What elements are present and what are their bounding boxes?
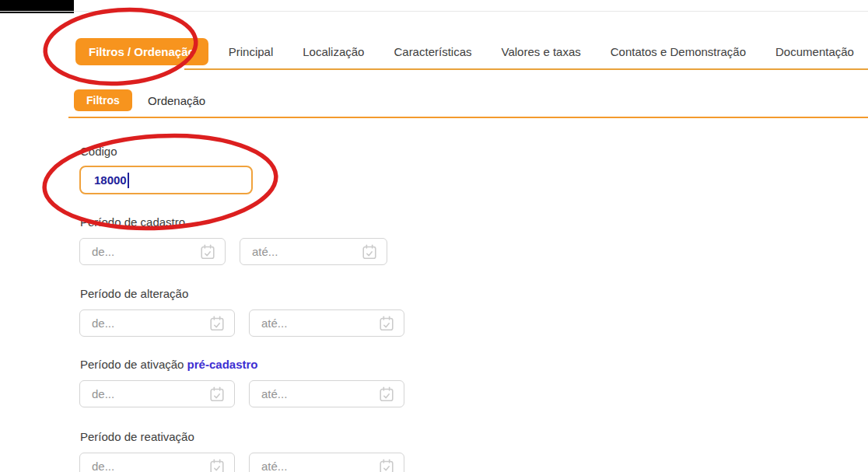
tab-filtros-ordenacao[interactable]: Filtros / Ordenação xyxy=(75,38,208,65)
calendar-icon[interactable] xyxy=(199,243,225,260)
text-caret xyxy=(128,173,129,188)
reativacao-from-field[interactable] xyxy=(79,453,235,472)
ativacao-to-input[interactable] xyxy=(250,387,378,400)
main-tab-bar: Filtros / Ordenação Principal Localizaçã… xyxy=(75,37,868,65)
tab-caracteristicas[interactable]: Características xyxy=(394,45,471,58)
calendar-icon[interactable] xyxy=(208,386,234,403)
periodo-reativacao-label: Período de reativação xyxy=(80,430,194,443)
periodo-cadastro-label: Período de cadastro xyxy=(80,215,185,229)
reativacao-to-input[interactable] xyxy=(250,460,378,472)
calendar-icon[interactable] xyxy=(378,315,404,332)
codigo-input[interactable]: 18000 xyxy=(79,166,253,194)
tab-bar-underline xyxy=(184,68,868,70)
alteracao-to-field[interactable] xyxy=(249,309,404,337)
page: Filtros / Ordenação Principal Localizaçã… xyxy=(0,0,868,472)
calendar-icon[interactable] xyxy=(378,458,404,472)
subtab-ordenacao[interactable]: Ordenação xyxy=(148,94,205,107)
ativacao-from-input[interactable] xyxy=(80,387,208,400)
alteracao-from-input[interactable] xyxy=(80,316,208,330)
calendar-icon[interactable] xyxy=(378,386,404,403)
pre-cadastro-highlight: pré-cadastro xyxy=(187,358,258,371)
reativacao-to-field[interactable] xyxy=(249,453,404,472)
alteracao-to-input[interactable] xyxy=(250,316,378,330)
calendar-icon[interactable] xyxy=(208,458,234,472)
alteracao-from-field[interactable] xyxy=(79,309,235,337)
ativacao-to-field[interactable] xyxy=(249,380,404,407)
subtab-underline xyxy=(68,117,868,118)
cadastro-to-field[interactable] xyxy=(240,238,387,265)
calendar-icon[interactable] xyxy=(208,315,234,332)
tab-documentacao[interactable]: Documentação xyxy=(775,45,854,58)
tab-valores-e-taxas[interactable]: Valores e taxas xyxy=(501,45,580,58)
tab-principal[interactable]: Principal xyxy=(229,45,274,58)
tab-localizacao[interactable]: Localização xyxy=(303,45,364,58)
tab-contatos-e-demonstracao[interactable]: Contatos e Demonstração xyxy=(611,45,746,58)
cadastro-to-input[interactable] xyxy=(240,245,361,258)
top-divider xyxy=(0,11,868,12)
reativacao-from-input[interactable] xyxy=(80,460,208,472)
ativacao-from-field[interactable] xyxy=(79,380,235,407)
periodo-alteracao-label: Período de alteração xyxy=(80,287,188,300)
cadastro-from-field[interactable] xyxy=(79,238,226,265)
periodo-ativacao-text: Período de ativação xyxy=(80,358,184,371)
subtab-filtros[interactable]: Filtros xyxy=(74,89,132,111)
codigo-value: 18000 xyxy=(94,173,127,187)
periodo-ativacao-label: Período de ativação pré-cadastro xyxy=(80,358,257,371)
calendar-icon[interactable] xyxy=(361,243,387,260)
cadastro-from-input[interactable] xyxy=(80,245,199,258)
codigo-label: Código xyxy=(80,145,117,158)
